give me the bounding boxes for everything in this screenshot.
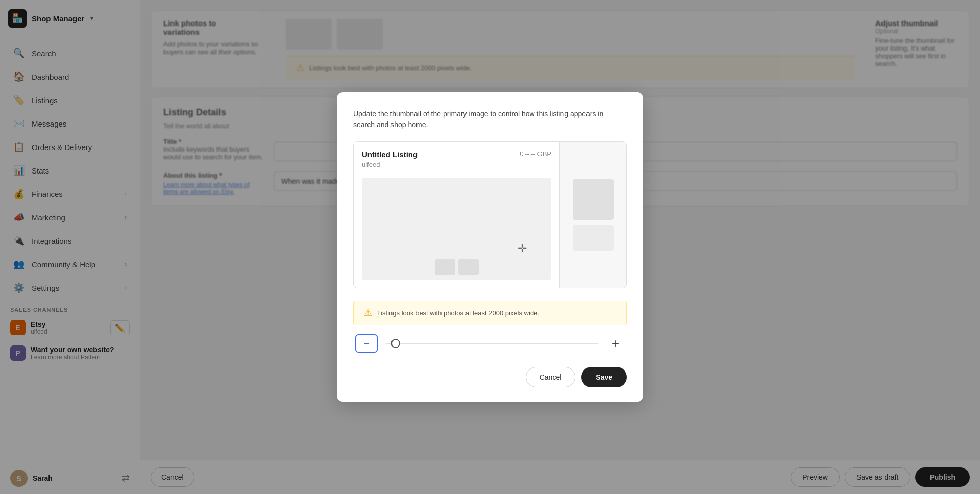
modal-slider-area: − + xyxy=(353,334,627,353)
thumb-2 xyxy=(458,259,479,275)
modal-listing-card: Untitled Listing uifeed £ --,-- GBP ✛ xyxy=(354,142,560,288)
listing-card-seller: uifeed xyxy=(362,161,418,168)
modal-cancel-button[interactable]: Cancel xyxy=(526,367,576,387)
modal-warning-icon: ⚠ xyxy=(364,307,372,318)
listing-card-image: ✛ xyxy=(362,178,551,280)
zoom-in-button[interactable]: + xyxy=(606,334,625,353)
modal-save-button[interactable]: Save xyxy=(581,367,627,387)
thumb-1 xyxy=(435,259,455,275)
modal-right-img-2 xyxy=(573,225,614,251)
crosshair-icon: ✛ xyxy=(518,242,527,255)
slider-track[interactable] xyxy=(386,343,598,344)
image-thumbnails xyxy=(435,259,479,275)
modal-footer: Cancel Save xyxy=(353,367,627,387)
modal-warning-text: Listings look best with photos at least … xyxy=(377,309,540,317)
zoom-out-button[interactable]: − xyxy=(355,334,378,353)
listing-card-title: Untitled Listing xyxy=(362,150,418,159)
modal: Update the thumbnail of the primary imag… xyxy=(337,92,643,402)
modal-warning-bar: ⚠ Listings look best with photos at leas… xyxy=(353,301,627,325)
listing-card-price: £ --,-- GBP xyxy=(519,150,551,158)
modal-overlay[interactable]: Update the thumbnail of the primary imag… xyxy=(0,0,980,494)
modal-right-panel xyxy=(560,142,626,288)
modal-description: Update the thumbnail of the primary imag… xyxy=(353,109,627,130)
slider-thumb[interactable] xyxy=(391,339,400,348)
modal-preview-area: Untitled Listing uifeed £ --,-- GBP ✛ xyxy=(353,141,627,288)
modal-right-img xyxy=(573,179,614,220)
